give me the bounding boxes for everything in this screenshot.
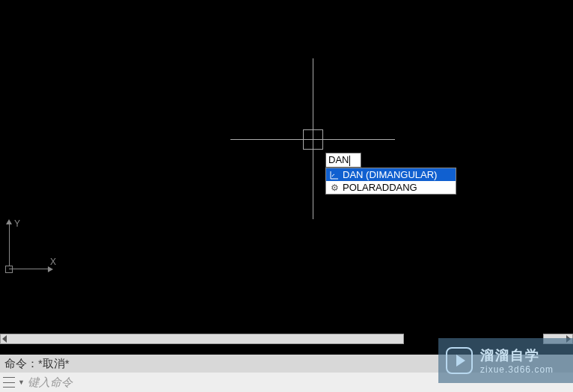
autocomplete-label: DAN (DIMANGULAR): [343, 169, 437, 180]
command-history-text: 命令：*取消*: [4, 357, 70, 371]
ucs-y-arrow: [6, 219, 12, 224]
ucs-icon: Y X: [4, 221, 56, 273]
watermark-text: 溜溜自学 zixue.3d66.com: [480, 346, 554, 375]
dynamic-input-value: DAN: [328, 154, 349, 165]
ucs-y-label: Y: [14, 218, 20, 229]
horizontal-scrollbar-left[interactable]: [0, 334, 404, 344]
autocomplete-dropdown: DAN (DIMANGULAR) POLARADDANG: [325, 168, 456, 195]
gear-icon: [329, 183, 340, 193]
watermark-title: 溜溜自学: [480, 346, 554, 364]
command-list-icon[interactable]: [3, 377, 15, 388]
watermark: 溜溜自学 zixue.3d66.com: [438, 338, 573, 383]
watermark-url: zixue.3d66.com: [480, 364, 554, 375]
ucs-x-arrow: [48, 266, 53, 272]
dimension-angular-icon: [329, 170, 340, 180]
autocomplete-item-dan[interactable]: DAN (DIMANGULAR): [326, 168, 456, 181]
autocomplete-item-polaraddang[interactable]: POLARADDANG: [326, 181, 456, 194]
scroll-left-icon: [2, 335, 7, 343]
dynamic-input-field[interactable]: DAN: [325, 153, 361, 168]
ucs-origin-box: [5, 266, 13, 273]
chevron-down-icon[interactable]: ▼: [18, 379, 25, 386]
ucs-x-label: X: [50, 257, 56, 267]
autocomplete-label: POLARADDANG: [343, 182, 417, 193]
watermark-play-icon: [446, 347, 473, 374]
drawing-canvas[interactable]: Y X DAN DAN (DIMANGULAR) POLARADDANG: [0, 0, 573, 337]
ucs-x-axis: [9, 269, 50, 269]
pick-box-cursor: [303, 129, 323, 150]
text-cursor: [349, 156, 350, 166]
ucs-y-axis: [9, 221, 10, 266]
